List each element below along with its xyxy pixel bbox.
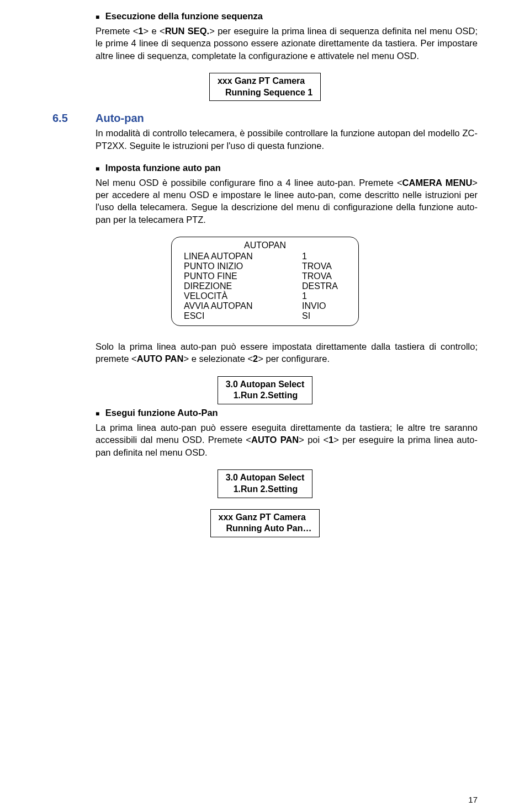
osd-menu-value: DESTRA [302, 281, 346, 291]
subsection-title-esegui: ■ Esegui funzione Auto-Pan [96, 408, 478, 418]
osd-menu-value: 1 [302, 252, 346, 261]
osd-menu-key: LINEA AUTOPAN [184, 252, 302, 261]
lcd-line-2: 1.Run 2.Setting [226, 484, 305, 495]
osd-menu-key: ESCI [184, 311, 302, 321]
osd-menu-title: AUTOPAN [184, 241, 346, 250]
paragraph-autopan-intro: In modalità di controllo telecamera, è p… [96, 127, 478, 152]
lcd-line-2: Running Auto Pan… [219, 523, 312, 535]
subsection-title-esecuzione: ■ Esecuzione della funzione sequenza [96, 11, 478, 22]
osd-menu-row: VELOCITÀ1 [184, 291, 346, 301]
lcd-line-1: 3.0 Autopan Select [226, 472, 305, 484]
osd-menu-key: PUNTO INIZIO [184, 261, 302, 271]
bullet-icon: ■ [96, 410, 99, 418]
osd-menu-row: DIREZIONEDESTRA [184, 281, 346, 291]
lcd-display-autopan-select-1: 3.0 Autopan Select 1.Run 2.Setting [218, 376, 313, 405]
osd-menu-row: ESCISI [184, 311, 346, 321]
bullet-icon: ■ [96, 165, 99, 173]
lcd-line-1: xxx Ganz PT Camera [219, 512, 312, 523]
section-heading-row: 6.5 Auto-pan [52, 112, 478, 125]
lcd-line-1: xxx Ganz PT Camera [218, 76, 312, 87]
paragraph-imposta: Nel menu OSD è possibile configurare fin… [96, 177, 478, 226]
lcd-display-running-autopan: xxx Ganz PT Camera Running Auto Pan… [210, 509, 320, 538]
osd-menu-value: SI [302, 311, 346, 321]
page-number: 17 [468, 795, 478, 804]
osd-menu-autopan: AUTOPAN LINEA AUTOPAN1PUNTO INIZIOTROVAP… [171, 237, 359, 326]
osd-menu-row: AVVIA AUTOPANINVIO [184, 301, 346, 311]
lcd-line-2: Running Sequence 1 [218, 87, 312, 99]
subsection-title-text: Imposta funzione auto pan [105, 163, 221, 173]
lcd-display-autopan-select-2: 3.0 Autopan Select 1.Run 2.Setting [218, 469, 313, 498]
section-number: 6.5 [52, 112, 96, 125]
osd-menu-row: PUNTO INIZIOTROVA [184, 261, 346, 271]
lcd-display-running-sequence: xxx Ganz PT Camera Running Sequence 1 [209, 73, 321, 101]
osd-menu-value: TROVA [302, 261, 346, 271]
osd-menu-key: AVVIA AUTOPAN [184, 301, 302, 311]
osd-menu-key: VELOCITÀ [184, 291, 302, 301]
osd-menu-row: PUNTO FINETROVA [184, 271, 346, 281]
section-title: Auto-pan [96, 112, 144, 125]
osd-menu-value: TROVA [302, 271, 346, 281]
paragraph-esegui: La prima linea auto-pan può essere esegu… [96, 421, 478, 458]
osd-menu-key: PUNTO FINE [184, 271, 302, 281]
paragraph-esecuzione: Premete <1> e <RUN SEQ.> per eseguire la… [96, 25, 478, 62]
lcd-line-2: 1.Run 2.Setting [226, 390, 305, 402]
lcd-line-1: 3.0 Autopan Select [226, 379, 305, 391]
bullet-icon: ■ [96, 13, 99, 21]
osd-menu-key: DIREZIONE [184, 281, 302, 291]
paragraph-solo-prima-linea: Solo la prima linea auto-pan può essere … [96, 340, 478, 365]
osd-menu-row: LINEA AUTOPAN1 [184, 252, 346, 261]
osd-menu-value: INVIO [302, 301, 346, 311]
subsection-title-text: Esegui funzione Auto-Pan [105, 408, 218, 418]
osd-menu-value: 1 [302, 291, 346, 301]
subsection-title-text: Esecuzione della funzione sequenza [105, 11, 263, 21]
subsection-title-imposta: ■ Imposta funzione auto pan [96, 163, 478, 173]
